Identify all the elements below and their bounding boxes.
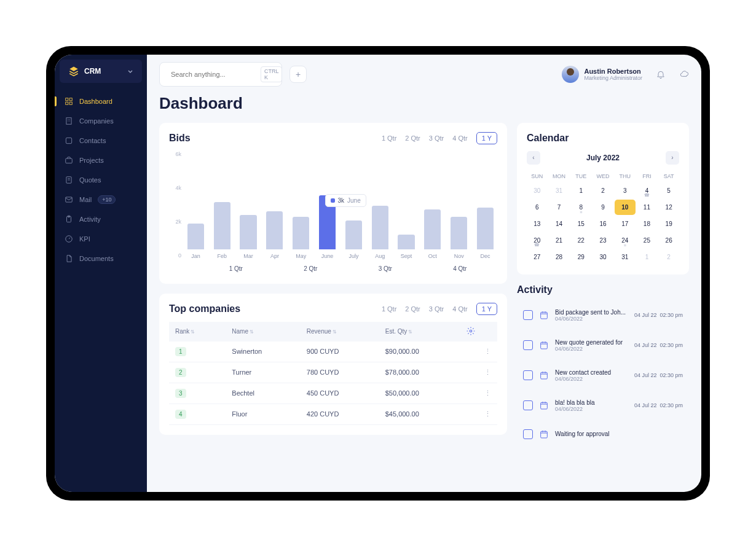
tab-3qtr[interactable]: 3 Qtr [429,305,444,313]
calendar-day[interactable]: 1 [570,183,591,198]
table-row[interactable]: 1Swinerton900 CUYD$90,000.00⋮ [169,341,497,362]
gear-icon[interactable] [467,327,475,335]
calendar-day[interactable]: 12 [658,200,679,215]
bell-icon[interactable] [656,69,666,79]
calendar-day[interactable]: 7 [549,200,570,215]
calendar-day[interactable]: 9 [593,200,613,215]
col-rank[interactable]: Rank⇅ [169,322,226,341]
search-input[interactable] [171,71,256,78]
checkbox-icon[interactable] [523,400,533,410]
row-menu-icon[interactable]: ⋮ [484,389,491,397]
calendar-day[interactable]: 18 [637,216,658,232]
calendar-day[interactable]: 20☎ [527,233,548,248]
calendar-day[interactable]: 2 [593,183,613,198]
calendar-day[interactable]: 15 [570,216,591,232]
checkbox-icon[interactable] [523,310,533,320]
calendar-day[interactable]: 14 [549,216,570,232]
calendar-day[interactable]: 2 [658,249,679,265]
checkbox-icon[interactable] [523,370,533,380]
bar-feb[interactable] [214,202,230,249]
row-menu-icon[interactable]: ⋮ [484,369,491,376]
tab-3qtr[interactable]: 3 Qtr [429,135,444,142]
brand-switcher[interactable]: CRM [60,60,142,83]
col-estqty[interactable]: Est. Qty⇅ [379,322,460,341]
tab-4qtr[interactable]: 4 Qtr [452,305,467,313]
tab-1qtr[interactable]: 1 Qtr [382,305,396,313]
row-menu-icon[interactable]: ⋮ [484,410,491,418]
tab-1y[interactable]: 1 Y [476,132,497,144]
activity-item[interactable]: bla! bla bla bla04/06/202204 Jul 22 02:3… [517,393,689,418]
table-row[interactable]: 2Turner780 CUYD$78,000.00⋮ [169,362,497,383]
activity-item[interactable]: Bid package sent to Joh...04/06/202204 J… [517,303,689,328]
calendar-prev-button[interactable]: ‹ [527,151,540,165]
activity-item[interactable]: Waiting for approval [517,423,689,445]
calendar-day[interactable]: 10 [615,200,636,215]
calendar-day[interactable]: 1 [637,249,658,265]
table-row[interactable]: 4Fluor420 CUYD$45,000.00⋮ [169,404,497,424]
nav-item-contacts[interactable]: Contacts [55,131,147,150]
calendar-day[interactable]: 6 [527,200,548,215]
nav-item-documents[interactable]: Documents [55,249,147,268]
note-icon [65,176,73,184]
svg-rect-6 [66,158,73,163]
col-revenue[interactable]: Revenue⇅ [301,322,379,341]
nav-item-activity[interactable]: Activity [55,209,147,229]
nav-item-projects[interactable]: Projects [55,150,147,170]
brand-icon [68,66,79,77]
calendar-day[interactable]: 25 [637,233,658,248]
tab-2qtr[interactable]: 2 Qtr [405,305,420,313]
calendar-next-button[interactable]: › [666,151,679,165]
calendar-day[interactable]: 28 [549,249,570,265]
nav-item-mail[interactable]: Mail+10 [55,190,147,209]
nav-item-kpi[interactable]: KPI [55,229,147,249]
nav-item-quotes[interactable]: Quotes [55,170,147,190]
tab-1y[interactable]: 1 Y [476,303,497,315]
checkbox-icon[interactable] [523,340,533,350]
col-name[interactable]: Name⇅ [226,322,300,341]
calendar-day[interactable]: 5 [658,183,679,198]
calendar-day[interactable]: 3 [615,183,636,198]
calendar-day[interactable]: 11 [637,200,658,215]
bar-aug[interactable] [372,206,388,249]
bar-july[interactable] [345,220,362,249]
calendar-day[interactable]: 26 [658,233,679,248]
calendar-day[interactable]: 31 [549,183,570,198]
bar-sept[interactable] [398,235,414,249]
nav-item-companies[interactable]: Companies [55,111,147,131]
calendar-day[interactable]: 19 [658,216,679,232]
tab-4qtr[interactable]: 4 Qtr [452,135,467,142]
activity-item[interactable]: New contact created04/06/202204 Jul 22 0… [517,363,689,388]
bar-jan[interactable] [187,224,204,249]
calendar-day[interactable]: 21 [549,233,570,248]
bar-dec[interactable] [477,208,494,249]
activity-item[interactable]: New quote generated for04/06/202204 Jul … [517,333,689,358]
cloud-icon[interactable] [679,69,689,79]
bar-may[interactable] [293,217,309,249]
row-menu-icon[interactable]: ⋮ [484,348,491,355]
nav-item-dashboard[interactable]: Dashboard [55,92,147,111]
calendar-day[interactable]: 29 [570,249,591,265]
calendar-day[interactable]: 30 [527,183,548,198]
calendar-day[interactable]: 23 [593,233,613,248]
tab-1qtr[interactable]: 1 Qtr [382,135,396,142]
calendar-day[interactable]: 13 [527,216,548,232]
calendar-day[interactable]: 24≡ [615,233,636,248]
tab-2qtr[interactable]: 2 Qtr [405,135,420,142]
calendar-day[interactable]: 22 [570,233,591,248]
calendar-day[interactable]: 17 [615,216,636,232]
checkbox-icon[interactable] [523,429,533,439]
calendar-day[interactable]: 8≡ [570,200,591,215]
bar-mar[interactable] [240,215,256,249]
calendar-day[interactable]: 27 [527,249,548,265]
user-menu[interactable]: Austin Robertson Marketing Administrator [562,66,642,83]
calendar-day[interactable]: 31 [615,249,636,265]
calendar-day[interactable]: 4☎ [637,183,658,198]
add-button[interactable]: + [289,66,307,83]
bar-nov[interactable] [451,217,467,249]
bar-oct[interactable] [424,209,441,249]
search-box[interactable]: CTRL K [159,62,282,87]
calendar-day[interactable]: 30 [593,249,613,265]
bar-apr[interactable] [266,211,283,249]
calendar-day[interactable]: 16 [593,216,613,232]
table-row[interactable]: 3Bechtel450 CUYD$50,000.00⋮ [169,383,497,404]
